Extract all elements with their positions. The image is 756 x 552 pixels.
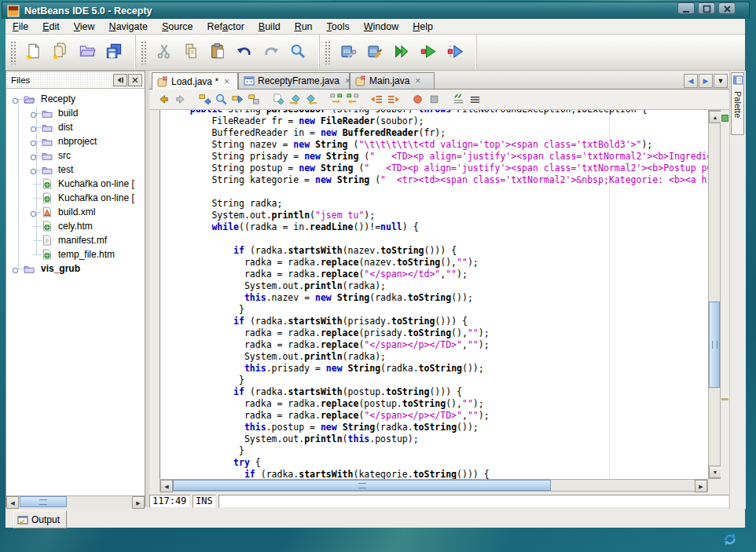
close-button[interactable] [718,2,736,14]
window-titlebar[interactable]: NetBeans IDE 5.0 - Recepty [2,2,750,19]
back-button[interactable] [156,91,172,108]
scroll-left-arrow[interactable]: ◀ [160,480,173,492]
clean-and-build-button[interactable]: 101 [363,41,387,64]
start-macro-recording-button[interactable] [409,91,426,108]
menu-window[interactable]: Window [357,20,406,34]
tab-scroll-right-icon[interactable]: ▶ [699,74,713,88]
redo-button[interactable] [259,41,283,64]
toggle-highlight-button[interactable] [246,91,262,108]
tab-close-icon[interactable]: × [415,75,420,86]
palette-tab[interactable]: Palette [731,72,744,135]
comment-button[interactable] [450,91,467,108]
editor-horizontal-scrollbar[interactable]: ◀▶ [160,479,708,492]
tree-item-kucha-ka-on-line-[interactable]: Kuchařka on-line [ [6,177,145,191]
menu-refactor[interactable]: Refactor [200,20,251,34]
menu-run[interactable]: Run [288,20,320,34]
tree-item-manifest-mf[interactable]: manifest.mf [6,233,145,247]
paste-button[interactable] [206,41,229,64]
find-next-button[interactable] [229,91,246,108]
output-window-button[interactable]: Output [13,510,67,528]
tab-dropdown-icon[interactable]: ▼ [714,74,728,88]
tree-item-kucha-ka-on-line-[interactable]: Kuchařka on-line [ [6,191,145,205]
run-main-project-button[interactable] [417,41,440,64]
new-project-button[interactable]: ★ [49,41,72,64]
scroll-thumb[interactable] [709,302,720,388]
scroll-right-arrow[interactable]: ▶ [695,480,707,492]
tree-item-nbproject[interactable]: nbproject [6,134,145,148]
menu-navigate[interactable]: Navigate [102,20,155,34]
tree-expand-handle[interactable] [30,152,37,159]
find-button[interactable] [286,41,310,64]
menu-build[interactable]: Build [251,20,288,34]
menu-help[interactable]: Help [406,20,440,34]
tree-expand-handle[interactable] [30,110,37,117]
forward-button[interactable] [172,91,189,108]
menu-source[interactable]: Source [155,20,200,34]
next-bookmark-button[interactable] [287,91,303,108]
tree-item-recepty[interactable]: Recepty [6,92,145,106]
save-all-button[interactable] [102,41,126,64]
scroll-left-arrow[interactable]: ◀ [6,496,19,509]
tab-scroll-left-icon[interactable]: ◀ [684,74,698,88]
shift-line-left-button[interactable] [369,91,385,108]
scroll-down-arrow[interactable]: ▼ [709,466,721,478]
build-main-project-button[interactable]: 101 [336,41,360,64]
tree-item-build-xml[interactable]: build.xml [6,205,145,219]
minimize-button[interactable] [677,2,695,14]
files-panel-header[interactable]: Files [6,71,145,89]
tree-item-vis-grub[interactable]: vis_grub [6,261,145,276]
files-horizontal-scrollbar[interactable]: ◀▶ [6,495,145,509]
maximize-button[interactable] [698,2,715,14]
tab-load-java-[interactable]: Load.java *× [152,72,238,90]
uncomment-button[interactable] [467,91,483,108]
menu-view[interactable]: View [67,20,102,34]
toolbar-grip[interactable] [10,41,16,64]
tree-item-src[interactable]: src [6,148,145,163]
code-text[interactable]: public String parseSoubor (String soubor… [160,110,708,479]
panel-close-icon[interactable] [128,74,142,86]
scroll-thumb[interactable] [20,496,67,507]
tree-item-dist[interactable]: dist [6,120,145,134]
debug-main-project-button[interactable] [443,41,467,64]
tree-item-cely-htm[interactable]: cely.htm [6,219,145,233]
tree-expand-handle[interactable] [30,138,37,145]
tree-expand-handle[interactable] [30,124,37,131]
refresh-icon[interactable] [722,532,738,550]
tree-item-build[interactable]: build [6,106,145,120]
open-project-button[interactable] [75,41,99,64]
tab-main-java[interactable]: Main.java× [350,72,435,89]
tree-expand-handle[interactable] [12,265,19,272]
toolbar-grip[interactable] [141,41,146,64]
find-selection-button[interactable] [196,91,213,108]
copy-button[interactable] [179,41,203,64]
code-area[interactable]: public String parseSoubor (String soubor… [160,110,708,479]
tree-expand-handle[interactable] [30,209,37,216]
undo-button[interactable] [233,41,256,64]
panel-minimize-icon[interactable] [113,74,127,86]
tab-close-icon[interactable]: × [224,76,229,87]
tree-item-temp-file-htm[interactable]: temp_file.htm [6,247,145,261]
menu-edit[interactable]: Edit [35,20,67,34]
cut-button[interactable] [152,41,176,64]
menu-file[interactable]: File [6,20,35,34]
find-button[interactable] [213,91,229,108]
previous-usage-button[interactable] [344,91,361,108]
editor-vertical-scrollbar[interactable]: ▲▼ [708,110,721,479]
next-usage-button[interactable] [328,91,344,108]
stop-macro-recording-button[interactable] [426,91,442,108]
new-file-button[interactable]: ★ [22,41,46,64]
run-file-button[interactable] [390,41,413,64]
toggle-bookmark-button[interactable] [303,91,320,108]
tab-receptyframe-java[interactable]: ReceptyFrame.java× [238,72,350,89]
shift-line-right-button[interactable] [385,91,402,108]
tree-expand-handle[interactable] [30,166,37,174]
scroll-right-arrow[interactable]: ▶ [132,496,145,509]
menu-tools[interactable]: Tools [320,20,357,34]
scroll-up-arrow[interactable]: ▲ [709,111,721,123]
tree-item-test[interactable]: test [6,163,145,177]
previous-bookmark-button[interactable] [270,91,287,108]
scroll-thumb[interactable] [173,480,551,491]
toolbar-grip[interactable] [325,41,330,64]
tab-label: Load.java * [171,76,218,87]
tree-expand-handle[interactable] [12,96,19,103]
